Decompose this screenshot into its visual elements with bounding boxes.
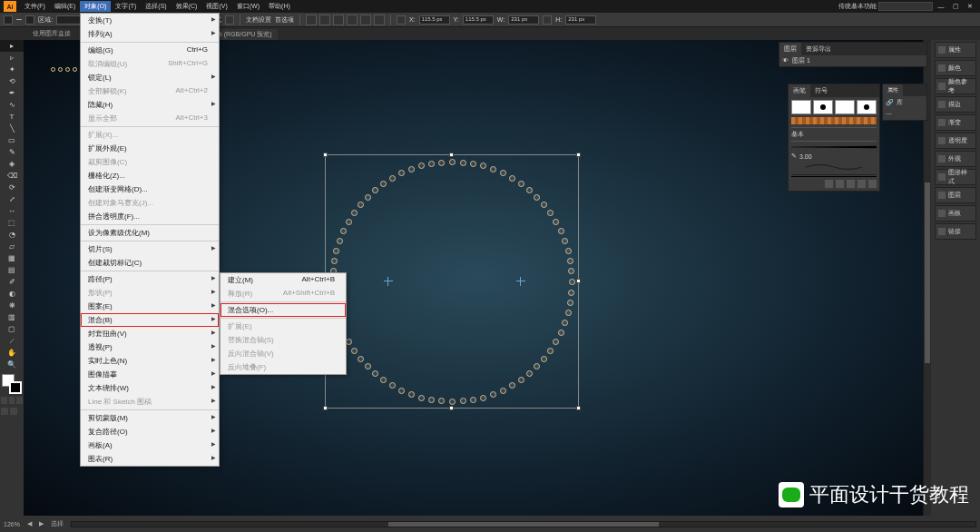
brush-swatch[interactable]	[835, 100, 855, 114]
pen-tool[interactable]: ✒	[0, 87, 24, 99]
stroke-weight-value[interactable]: 3.00	[799, 153, 812, 160]
link-wh-icon[interactable]	[543, 15, 552, 25]
shaper-tool[interactable]: ◈	[0, 158, 24, 170]
submenu-item[interactable]: 混合选项(O)...	[220, 303, 346, 317]
dock-button[interactable]: 颜色参考	[935, 78, 976, 94]
dock-button[interactable]: 图形样式	[935, 169, 976, 185]
menu-item[interactable]: 实时上色(N)	[81, 354, 219, 368]
brush-panel[interactable]: 画笔 符号 基本 ✎ 3.00	[788, 84, 880, 192]
menu-item[interactable]: 锁定(L)	[81, 71, 219, 84]
menu-item[interactable]: 图像描摹	[81, 368, 219, 381]
y-input[interactable]: 115.5 px	[463, 15, 494, 25]
nav-next-icon[interactable]: ▶	[39, 520, 44, 527]
dock-button[interactable]: 图层	[935, 187, 976, 203]
menu-item[interactable]: 排列(A)	[81, 27, 219, 41]
menu-item[interactable]: 变换(T)	[81, 14, 219, 27]
menu-window[interactable]: 窗口(W)	[232, 1, 264, 12]
brush-swatch[interactable]	[857, 100, 877, 114]
blend-tool[interactable]: ◐	[0, 288, 24, 300]
menu-item[interactable]: 栅格化(Z)...	[81, 169, 219, 182]
delete-brush-icon[interactable]	[868, 180, 877, 188]
tab-brushes[interactable]: 画笔	[789, 84, 810, 97]
menu-file[interactable]: 文件(F)	[20, 1, 50, 12]
menu-item[interactable]: 路径(P)	[81, 272, 219, 286]
color-mode-icon[interactable]	[1, 397, 7, 404]
visibility-icon[interactable]: 👁	[782, 57, 789, 64]
fill-swatch[interactable]	[4, 15, 13, 25]
remove-brush-icon[interactable]	[836, 180, 844, 188]
menu-item[interactable]: 混合(B)	[81, 313, 219, 327]
resize-handle[interactable]	[323, 153, 328, 157]
brush-swatch[interactable]	[791, 100, 811, 114]
menu-item[interactable]: 切片(S)	[81, 242, 219, 256]
menu-item[interactable]: 编组(G)Ctrl+G	[81, 44, 219, 57]
brush-stroke-preview[interactable]	[791, 144, 877, 150]
line-tool[interactable]: ╲	[0, 123, 24, 134]
dock-button[interactable]: 外观	[935, 151, 976, 167]
screen-mode-icon[interactable]	[10, 408, 17, 415]
align-hcenter-icon[interactable]	[319, 15, 330, 25]
eraser-tool[interactable]: ⌫	[0, 170, 24, 182]
scrollbar-thumb[interactable]	[388, 522, 660, 527]
brush-basic-label[interactable]: 基本	[791, 128, 877, 141]
artboard-tool[interactable]: ▢	[0, 323, 24, 335]
mesh-tool[interactable]: ▦	[0, 252, 24, 264]
magic-wand-tool[interactable]: ✦	[0, 64, 24, 75]
draw-mode-icon[interactable]	[1, 408, 8, 415]
graph-tool[interactable]: ▥	[0, 311, 24, 323]
menu-item[interactable]: 文本绕排(W)	[81, 381, 219, 395]
menu-item[interactable]: 图案(E)	[81, 300, 219, 313]
menu-item[interactable]: 设为像素级优化(M)	[81, 226, 219, 240]
resize-handle[interactable]	[576, 279, 581, 283]
menu-help[interactable]: 帮助(H)	[264, 1, 295, 12]
restore-button[interactable]: ▢	[949, 3, 962, 10]
layer-row[interactable]: 👁 图层 1	[779, 55, 926, 66]
dock-button[interactable]: 透明度	[935, 133, 976, 149]
menu-item[interactable]: 图表(R)	[81, 452, 219, 466]
minimize-button[interactable]: —	[935, 4, 947, 10]
eyedropper-tool[interactable]: ✐	[0, 276, 24, 288]
menu-type[interactable]: 文字(T)	[111, 1, 141, 12]
tab-asset-export[interactable]: 资源导出	[801, 43, 836, 55]
none-mode-icon[interactable]	[16, 397, 23, 404]
slice-tool[interactable]: ⟋	[0, 335, 24, 347]
rectangle-tool[interactable]: ▭	[0, 134, 24, 146]
align-left-icon[interactable]	[306, 15, 317, 25]
menu-select[interactable]: 选择(S)	[141, 1, 171, 12]
libraries-button[interactable]: 库	[897, 98, 903, 107]
transform-reference-icon[interactable]	[397, 15, 406, 25]
menu-item[interactable]: 复合路径(O)	[81, 425, 219, 438]
brush-tool[interactable]: ✎	[0, 146, 24, 158]
workspace-switcher[interactable]: 传统基本功能	[838, 2, 877, 11]
menu-object[interactable]: 对象(O)	[80, 1, 111, 12]
free-transform-tool[interactable]: ⬚	[0, 217, 24, 229]
dock-button[interactable]: 颜色	[935, 60, 976, 76]
brush-swatch[interactable]	[813, 100, 833, 114]
menu-view[interactable]: 视图(V)	[201, 1, 231, 12]
gradient-mode-icon[interactable]	[9, 397, 15, 404]
horizontal-scrollbar[interactable]	[71, 521, 976, 527]
menu-item[interactable]: 隐藏(H)	[81, 98, 219, 112]
tab-properties[interactable]: 属性	[883, 84, 903, 96]
nav-prev-icon[interactable]: ◀	[27, 520, 32, 527]
menu-edit[interactable]: 编辑(E)	[50, 1, 80, 12]
dock-button[interactable]: 渐变	[935, 114, 976, 131]
zoom-tool[interactable]: 🔍	[0, 359, 24, 370]
align-bottom-icon[interactable]	[374, 15, 385, 25]
resize-handle[interactable]	[323, 406, 328, 410]
circle-artwork[interactable]	[328, 158, 575, 405]
brush-options-icon[interactable]	[847, 180, 855, 188]
style-dropdown[interactable]	[225, 15, 234, 25]
resize-handle[interactable]	[576, 153, 581, 157]
new-brush-icon[interactable]	[858, 180, 866, 188]
lasso-tool[interactable]: ⟲	[0, 75, 24, 87]
layers-panel[interactable]: 图层 资源导出 👁 图层 1	[779, 42, 927, 67]
menu-item[interactable]: 封套扭曲(V)	[81, 327, 219, 340]
menu-item[interactable]: 画板(A)	[81, 438, 219, 452]
selection-tool[interactable]: ▸	[0, 40, 24, 52]
dock-button[interactable]: 画板	[935, 205, 976, 222]
stroke-color-square[interactable]	[9, 381, 22, 394]
doc-setup-button[interactable]: 文档设置	[246, 15, 271, 25]
w-input[interactable]: 231 px	[508, 15, 539, 25]
symbol-sprayer-tool[interactable]: ❋	[0, 300, 24, 311]
